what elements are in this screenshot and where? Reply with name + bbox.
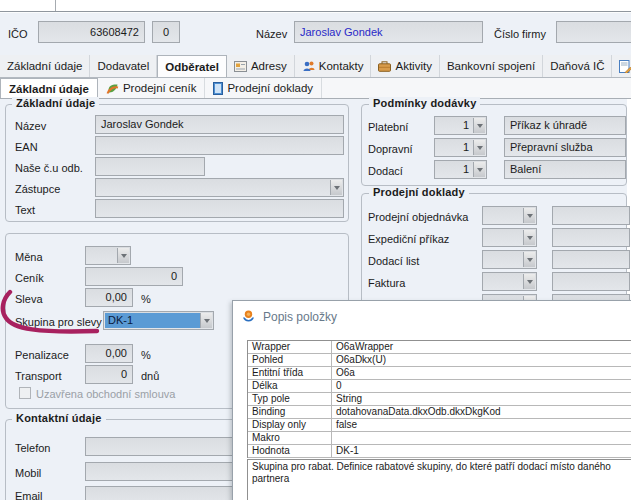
mena-dropdown-button[interactable] (117, 248, 129, 263)
cislo-firmy-field[interactable] (556, 21, 631, 43)
zastupce-field[interactable] (95, 178, 344, 197)
subtab-prodejni-cenik[interactable]: Prodejní ceník (98, 78, 206, 98)
nazev-header-field[interactable]: Jaroslav Gondek (294, 21, 483, 43)
contract-checkbox-label: Uzavřena obchodní smlouva (36, 387, 175, 401)
property-key: Hodnota (248, 445, 332, 457)
tab-kontakty[interactable]: Kontakty (295, 55, 372, 77)
expedicni-prikaz-code-field[interactable] (482, 228, 537, 247)
prodejni-objednavka-desc-field[interactable] (552, 206, 630, 225)
tab-zakladni-udaje[interactable]: Základní údaje (0, 55, 90, 77)
dopravni-label: Dopravní (368, 142, 413, 156)
platebni-dropdown-button[interactable] (473, 118, 485, 133)
text-field[interactable] (95, 199, 344, 218)
ean-label: EAN (15, 140, 38, 154)
tab-aktivity[interactable]: Aktivity (371, 55, 439, 77)
subtab-prodejni-doklady[interactable]: Prodejní doklady (205, 78, 322, 98)
platebni-desc-field[interactable]: Příkaz k úhradě (504, 116, 626, 135)
ean-field[interactable] (95, 136, 344, 155)
tab-label: Aktivity (395, 60, 431, 72)
prodejni-objednavka-dropdown-button[interactable] (523, 208, 535, 223)
ico-field[interactable]: 63608472 (38, 21, 145, 43)
penalizace-field[interactable]: 0,00 (85, 344, 133, 363)
tab-dodavatel[interactable]: Dodavatel (90, 55, 157, 77)
dopravni-code-field[interactable]: 1 (434, 138, 487, 157)
property-value: O6aWrapper (332, 341, 631, 353)
nazev-field[interactable]: Jaroslav Gondek (95, 115, 344, 134)
dodaci-list-code-field[interactable] (482, 250, 537, 269)
property-value: DK-1 (332, 445, 631, 457)
tab-label: Dodavatel (97, 60, 149, 72)
tab-bankovni-spojeni[interactable]: Bankovní spojení (440, 55, 543, 77)
tab-label: Základní údaje (7, 60, 82, 72)
property-value: false (332, 419, 631, 431)
tab-adresy[interactable]: Adresy (227, 55, 295, 77)
contract-checkbox[interactable] (19, 387, 31, 399)
expedicni-prikaz-desc-field[interactable] (552, 228, 630, 247)
subtab-zakladni-udaje[interactable]: Základní údaje (0, 78, 98, 99)
tab-label: Bankovní spojení (447, 60, 535, 72)
faktura-desc-field[interactable] (552, 272, 630, 291)
dodaci-list-desc-field[interactable] (552, 250, 630, 269)
platebni-code-field[interactable]: 1 (434, 116, 487, 135)
skupina-pro-slevy-combo[interactable]: DK-1 (103, 311, 214, 330)
property-table: Wrapper O6aWrapper Pohled O6aDkx(U) Enti… (247, 340, 631, 458)
dodaci-desc-field[interactable]: Balení (504, 160, 626, 179)
sleva-field[interactable]: 0,00 (85, 288, 133, 307)
item-description-popup: Popis položky Wrapper O6aWrapper Pohled … (232, 300, 631, 500)
expedicni-prikaz-label: Expediční příkaz (368, 232, 449, 246)
tab-label: Daňová IČ (550, 60, 604, 72)
tab-label: Kontakty (319, 60, 364, 72)
faktura-dropdown-button[interactable] (523, 274, 535, 289)
nazev-header-label: Název (256, 27, 287, 41)
property-key: Display only (248, 419, 332, 431)
dodaci-list-label: Dodací list (368, 254, 419, 268)
transport-field[interactable]: 0 (85, 365, 133, 384)
tab-danova-ic[interactable]: Daňová IČ (543, 55, 612, 77)
briefcase-icon (378, 61, 391, 72)
nase-cu-label: Naše č.u odb. (15, 161, 83, 175)
mobil-label: Mobil (15, 466, 41, 480)
dodaci-list-dropdown-button[interactable] (523, 252, 535, 267)
tab-label: Odběratel (165, 61, 219, 73)
pricelist-icon (106, 82, 119, 95)
nase-cu-field[interactable] (95, 157, 205, 176)
sales-docs-group-title: Prodejní doklady (369, 186, 469, 198)
property-value (332, 432, 631, 444)
app-logo-icon (241, 308, 256, 323)
dodaci-code-field[interactable]: 1 (434, 160, 487, 179)
table-row: Délka 0 (248, 380, 631, 393)
cenik-field[interactable]: 0 (85, 267, 183, 286)
cenik-label: Ceník (15, 271, 44, 285)
dopravni-desc-field[interactable]: Přepravní služba (504, 138, 626, 157)
table-row: Makro (248, 432, 631, 445)
ico-suffix-field[interactable]: 0 (152, 21, 180, 43)
sleva-label: Sleva (15, 292, 43, 306)
popup-title: Popis položky (263, 310, 337, 324)
property-key: Pohled (248, 354, 332, 366)
ico-label: IČO (8, 27, 28, 41)
document-edit-icon (619, 60, 631, 73)
expedicni-prikaz-dropdown-button[interactable] (523, 230, 535, 245)
dodaci-dropdown-button[interactable] (473, 162, 485, 177)
table-row: Entitní třída O6a (248, 367, 631, 380)
prodejni-objednavka-code-field[interactable] (482, 206, 537, 225)
transport-suffix: dnů (141, 369, 159, 383)
popup-title-bar[interactable]: Popis položky (233, 301, 631, 331)
dopravni-dropdown-button[interactable] (473, 140, 485, 155)
sub-tab-bar: Základní údaje Prodejní ceník Prodejní d… (0, 78, 631, 99)
property-key: Wrapper (248, 341, 332, 353)
skupina-pro-slevy-dropdown-button[interactable] (200, 313, 212, 328)
skupina-pro-slevy-label: Skupina pro slevy (15, 315, 102, 329)
tab-doprovodne-texty[interactable]: Doprovodné texty (612, 55, 631, 77)
table-row: Hodnota DK-1 (248, 445, 631, 458)
horizontal-divider (0, 11, 631, 13)
telefon-label: Telefon (15, 441, 50, 455)
zastupce-dropdown-button[interactable] (330, 180, 342, 195)
mena-field[interactable] (85, 246, 131, 265)
application-window: IČO 63608472 0 Název Jaroslav Gondek Čís… (0, 0, 631, 500)
contact-group-title: Kontaktní údaje (12, 412, 106, 424)
property-key: Délka (248, 380, 332, 392)
tab-odberatel[interactable]: Odběratel (157, 55, 227, 78)
top-strip (0, 0, 631, 11)
faktura-code-field[interactable] (482, 272, 537, 291)
